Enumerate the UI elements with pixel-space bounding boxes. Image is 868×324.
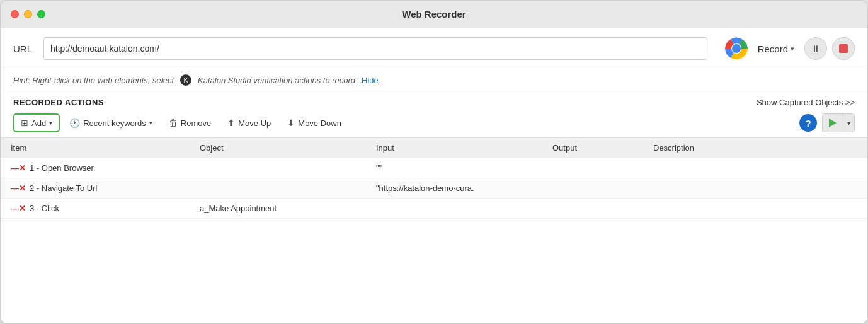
cell-object (190, 158, 366, 178)
col-header-item: Item (1, 138, 190, 158)
row-remove-icon[interactable]: —✕ (11, 183, 26, 193)
recent-keywords-button[interactable]: 🕐 Recent keywords ▾ (62, 114, 159, 132)
table-header-row: Item Object Input Output Description (1, 138, 867, 158)
recent-icon: 🕐 (69, 118, 80, 128)
cell-input (366, 199, 542, 219)
cell-description (643, 178, 867, 199)
url-input[interactable] (43, 37, 707, 60)
move-down-button[interactable]: ⬇ Move Down (280, 114, 348, 132)
cell-item: —✕ 1 - Open Browser (1, 158, 190, 178)
record-label: Record (758, 43, 788, 54)
row-remove-icon[interactable]: —✕ (11, 204, 26, 213)
col-header-description: Description (643, 138, 867, 158)
recorded-actions-header: RECORDED ACTIONS Show Captured Objects >… (1, 91, 867, 111)
remove-icon: 🗑 (169, 118, 178, 128)
close-button[interactable] (11, 10, 19, 18)
cell-input: "" (366, 158, 542, 178)
cell-description (643, 199, 867, 219)
cell-description (643, 158, 867, 178)
remove-button[interactable]: 🗑 Remove (162, 114, 218, 132)
recorded-actions-title: RECORDED ACTIONS (13, 98, 104, 107)
add-icon: ⊞ (21, 118, 28, 128)
add-button[interactable]: ⊞ Add ▾ (13, 113, 60, 132)
record-dropdown-arrow: ▾ (791, 45, 794, 53)
col-header-input: Input (366, 138, 542, 158)
content-area: URL (1, 28, 867, 323)
url-bar: URL (1, 28, 867, 69)
play-triangle-icon (829, 119, 837, 127)
pause-button[interactable]: ⏸ (804, 37, 827, 60)
cell-object (190, 178, 366, 199)
move-down-icon: ⬇ (287, 118, 295, 128)
table-row[interactable]: —✕ 1 - Open Browser"" (1, 158, 867, 178)
table-container: Item Object Input Output Description —✕ … (1, 138, 867, 323)
traffic-lights (11, 10, 45, 18)
add-label: Add (31, 119, 46, 128)
play-icon (823, 114, 843, 132)
play-dropdown-arrow[interactable]: ▾ (843, 114, 854, 132)
cell-output (542, 158, 643, 178)
cell-output (542, 178, 643, 199)
maximize-button[interactable] (37, 10, 45, 18)
show-captured-button[interactable]: Show Captured Objects >> (757, 98, 855, 107)
cell-item: —✕ 2 - Navigate To Url (1, 178, 190, 199)
toolbar-right: ? ▾ (799, 113, 855, 132)
table-row[interactable]: —✕ 2 - Navigate To Url"https://katalon-d… (1, 178, 867, 199)
cell-object: a_Make Appointment (190, 199, 366, 219)
recent-dropdown-arrow: ▾ (149, 120, 152, 126)
cell-output (542, 199, 643, 219)
hint-text-after: Katalon Studio verification actions to r… (198, 76, 355, 85)
url-label: URL (13, 43, 36, 54)
move-up-label: Move Up (238, 119, 271, 128)
katalon-icon: K (180, 74, 191, 86)
minimize-button[interactable] (24, 10, 32, 18)
main-window: Web Recorder URL (0, 0, 868, 324)
pause-icon: ⏸ (811, 43, 820, 54)
cell-item: —✕ 3 - Click (1, 199, 190, 219)
hint-bar: Hint: Right-click on the web elements, s… (1, 69, 867, 91)
table-row[interactable]: —✕ 3 - Clicka_Make Appointment (1, 199, 867, 219)
col-header-object: Object (190, 138, 366, 158)
move-up-icon: ⬆ (227, 118, 235, 128)
title-bar: Web Recorder (1, 1, 867, 28)
table-body: —✕ 1 - Open Browser""—✕ 2 - Navigate To … (1, 158, 867, 219)
stop-icon (839, 44, 848, 53)
cell-input: "https://katalon-demo-cura. (366, 178, 542, 199)
play-button[interactable]: ▾ (822, 113, 855, 132)
remove-label: Remove (181, 119, 211, 128)
recorded-actions-table: Item Object Input Output Description —✕ … (1, 138, 867, 219)
stop-button[interactable] (832, 37, 855, 60)
help-button[interactable]: ? (799, 114, 817, 132)
record-section: Record ▾ ⏸ (725, 37, 855, 60)
col-header-output: Output (542, 138, 643, 158)
svg-point-2 (732, 44, 741, 53)
hint-text-before: Hint: Right-click on the web elements, s… (13, 76, 174, 85)
chrome-icon (725, 37, 748, 60)
recent-label: Recent keywords (83, 119, 146, 128)
row-remove-icon[interactable]: —✕ (11, 163, 26, 173)
toolbar: ⊞ Add ▾ 🕐 Recent keywords ▾ 🗑 Remove ⬆ M… (1, 111, 867, 138)
move-down-label: Move Down (298, 119, 341, 128)
move-up-button[interactable]: ⬆ Move Up (220, 114, 278, 132)
window-title: Web Recorder (402, 9, 465, 20)
hide-link[interactable]: Hide (362, 76, 379, 85)
add-dropdown-arrow: ▾ (49, 120, 52, 126)
record-button[interactable]: Record ▾ (753, 41, 799, 57)
